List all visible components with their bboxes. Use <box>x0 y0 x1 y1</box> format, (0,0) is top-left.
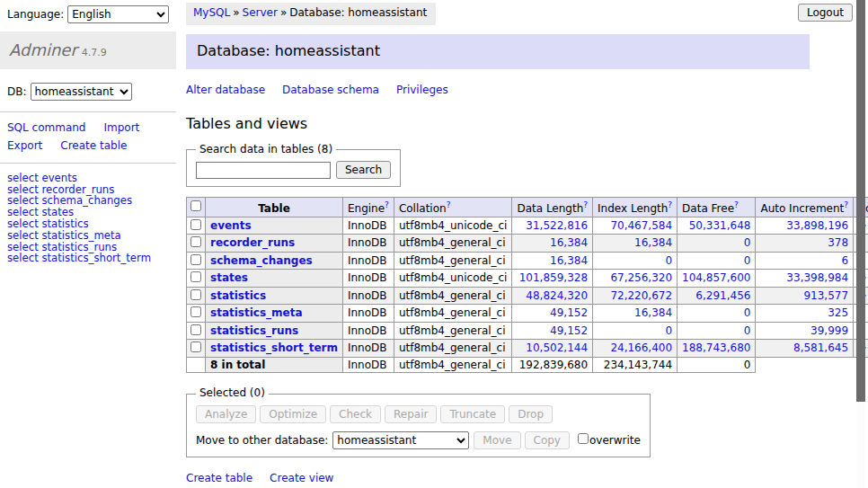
index-length-link[interactable]: 0 <box>665 324 672 337</box>
auto-increment-link[interactable]: 325 <box>828 306 848 319</box>
index-length-cell: 16,384 <box>593 235 678 253</box>
move-db-select[interactable]: homeassistant <box>332 431 469 449</box>
data-free-link[interactable]: 50,331,648 <box>689 219 751 232</box>
move-copy-button[interactable]: Copy <box>525 431 570 449</box>
index-length-link[interactable]: 0 <box>665 254 672 267</box>
data-length-link[interactable]: 16,384 <box>550 254 588 267</box>
sidebar-actions: SQL commandImportExportCreate table <box>0 112 169 162</box>
database-action-link[interactable]: Alter database <box>186 84 265 96</box>
database-action-link[interactable]: Privileges <box>396 84 448 96</box>
search-button[interactable]: Search <box>336 161 391 179</box>
breadcrumb-current: Database: homeassistant <box>289 6 427 19</box>
table-name-link[interactable]: recorder_runs <box>210 236 295 249</box>
auto-increment-link[interactable]: 39,999 <box>810 324 848 337</box>
auto-increment-link[interactable]: 6 <box>841 254 848 267</box>
row-checkbox[interactable] <box>190 289 201 300</box>
row-checkbox-cell <box>187 322 206 340</box>
sidebar-action-link[interactable]: Export <box>7 138 42 155</box>
table-name-link[interactable]: states <box>210 271 248 284</box>
data-length-link[interactable]: 49,152 <box>550 324 588 337</box>
sidebar-table-link[interactable]: statistics_short_term <box>41 252 151 264</box>
index-length-link[interactable]: 72,220,672 <box>610 289 672 302</box>
data-length-link[interactable]: 10,502,144 <box>526 342 588 354</box>
breadcrumb-link[interactable]: Server <box>243 6 278 19</box>
table-name-link[interactable]: statistics_runs <box>210 324 298 337</box>
index-length-link[interactable]: 67,256,320 <box>610 271 672 284</box>
data-length-cell: 31,522,816 <box>512 217 593 235</box>
overwrite-label[interactable]: overwrite <box>589 434 641 447</box>
data-free-link[interactable]: 188,743,680 <box>682 342 750 354</box>
table-name-link[interactable]: schema_changes <box>210 254 313 267</box>
language-select[interactable]: English <box>67 5 169 23</box>
column-help-link[interactable]: ? <box>734 200 739 209</box>
data-length-link[interactable]: 101,859,328 <box>519 271 588 284</box>
row-checkbox[interactable] <box>190 219 201 230</box>
auto-increment-link[interactable]: 33,898,196 <box>786 219 848 232</box>
create-link[interactable]: Create view <box>270 472 333 484</box>
data-free-link[interactable]: 104,857,600 <box>682 271 750 284</box>
row-checkbox[interactable] <box>190 306 201 317</box>
create-link[interactable]: Create table <box>186 472 252 484</box>
move-copy-button[interactable]: Move <box>474 431 520 449</box>
row-checkbox[interactable] <box>190 254 201 265</box>
sidebar-action-link[interactable]: Create table <box>60 138 127 155</box>
data-length-link[interactable]: 31,522,816 <box>526 219 588 232</box>
data-free-link[interactable]: 0 <box>744 236 751 249</box>
data-length-link[interactable]: 16,384 <box>550 236 588 249</box>
selected-action-button[interactable]: Drop <box>509 405 553 423</box>
data-free-link[interactable]: 0 <box>744 306 751 319</box>
row-checkbox[interactable] <box>190 342 201 352</box>
row-checkbox[interactable] <box>190 271 201 282</box>
select-all-checkbox[interactable] <box>190 200 201 211</box>
data-free-link[interactable]: 0 <box>744 254 751 267</box>
selected-action-button[interactable]: Check <box>330 405 381 423</box>
table-name-link[interactable]: statistics_short_term <box>210 342 338 354</box>
table-name-cell: recorder_runs <box>206 235 343 253</box>
table-name-link[interactable]: events <box>210 219 252 232</box>
auto-increment-link[interactable]: 8,581,645 <box>793 342 848 354</box>
index-length-link[interactable]: 16,384 <box>634 306 672 319</box>
totals-empty-cell <box>187 357 206 373</box>
sidebar-action-link[interactable]: Import <box>103 120 139 137</box>
selected-action-button[interactable]: Truncate <box>440 405 505 423</box>
table-name-link[interactable]: statistics_meta <box>210 306 303 319</box>
column-help-link[interactable]: ? <box>583 200 588 209</box>
breadcrumb-link[interactable]: MySQL <box>193 6 230 19</box>
adminer-link[interactable]: Adminer <box>9 40 77 59</box>
column-help-link[interactable]: ? <box>844 200 848 209</box>
index-length-link[interactable]: 70,467,584 <box>610 219 672 232</box>
db-select[interactable]: homeassistant <box>31 83 132 101</box>
sidebar-action-link[interactable]: SQL command <box>7 120 85 137</box>
totals-engine-cell: InnoDB <box>342 357 394 373</box>
selected-action-button[interactable]: Repair <box>385 405 437 423</box>
table-name-cell: events <box>206 217 343 235</box>
data-free-link[interactable]: 0 <box>744 324 751 337</box>
main-content: MySQL»Server»Database: homeassistant Dat… <box>186 0 810 488</box>
overwrite-checkbox[interactable] <box>578 433 589 444</box>
index-length-link[interactable]: 24,166,400 <box>610 342 672 354</box>
search-input[interactable] <box>196 162 331 179</box>
auto-increment-link[interactable]: 913,577 <box>803 289 848 302</box>
column-help-link[interactable]: ? <box>668 200 672 209</box>
data-free-link[interactable]: 6,291,456 <box>695 289 750 302</box>
row-checkbox[interactable] <box>190 236 201 247</box>
data-length-link[interactable]: 49,152 <box>550 306 588 319</box>
column-help-link[interactable]: ? <box>385 200 389 209</box>
auto-increment-link[interactable]: 33,398,984 <box>786 271 848 284</box>
selected-action-button[interactable]: Optimize <box>260 405 326 423</box>
database-action-link[interactable]: Database schema <box>282 84 379 96</box>
data-length-link[interactable]: 48,824,320 <box>526 289 588 302</box>
scrollbar-thumb[interactable] <box>856 0 865 402</box>
table-name-link[interactable]: statistics <box>210 289 266 302</box>
column-header-label: Data Free <box>682 202 734 215</box>
select-link[interactable]: select <box>7 252 39 264</box>
row-checkbox[interactable] <box>190 324 201 335</box>
selected-action-button[interactable]: Analyze <box>196 405 256 423</box>
sidebar-divider-bottom <box>0 163 176 164</box>
table-name-cell: statistics_runs <box>206 322 343 340</box>
index-length-link[interactable]: 16,384 <box>634 236 672 249</box>
column-help-link[interactable]: ? <box>447 200 451 209</box>
engine-cell: InnoDB <box>342 287 394 305</box>
auto-increment-link[interactable]: 378 <box>828 236 848 249</box>
column-header: Table <box>206 198 343 217</box>
